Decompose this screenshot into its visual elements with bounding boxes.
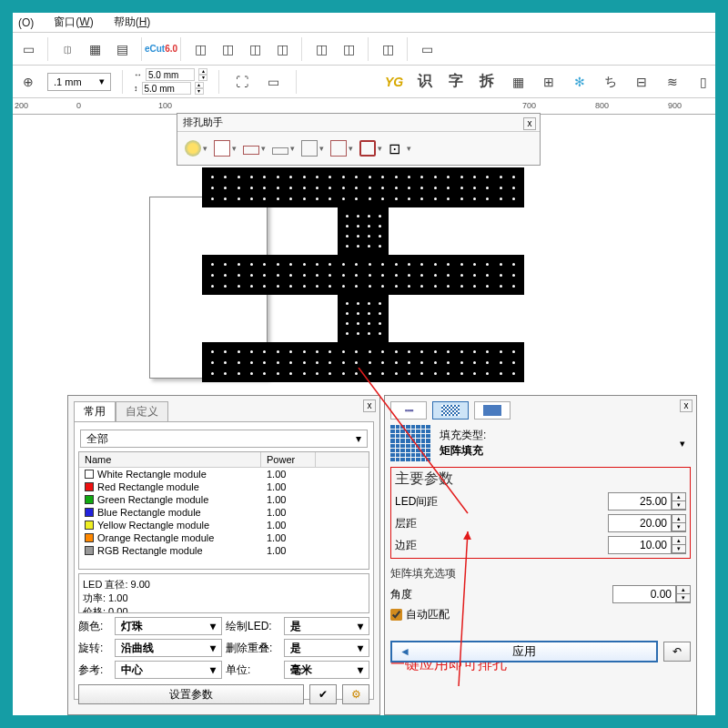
misc-6[interactable]: ▯ <box>692 70 715 94</box>
led-character <box>202 167 524 382</box>
edge-input[interactable]: 10.00 <box>608 536 672 554</box>
col-power[interactable]: Power <box>261 452 316 467</box>
tool-e[interactable]: ◫ <box>309 37 333 61</box>
led-spacing-spin[interactable]: ▴▾ <box>672 492 686 511</box>
toolbar-1: ▭ ⎅ ▦ ▤ eCut6.0 ◫ ◫ ◫ ◫ ◫ ◫ ◫ ▭ <box>13 33 715 66</box>
preview-icon <box>390 425 430 461</box>
angle-input[interactable]: 0.00 <box>612 585 676 603</box>
module-list[interactable]: Name Power White Rectangle module1.00Red… <box>78 451 369 570</box>
col-name[interactable]: Name <box>79 452 261 467</box>
fill-type-dd[interactable]: ▾ <box>680 438 685 450</box>
angle-spin[interactable]: ▴▾ <box>676 585 691 603</box>
rp-tab-1[interactable]: ▪▪▪▪ <box>390 401 427 420</box>
crop-icon[interactable]: ⛶ <box>230 70 254 94</box>
height-icon: ↕ <box>134 84 138 93</box>
height-input[interactable]: 5.0 mm <box>142 82 191 95</box>
menu-object[interactable]: (O) <box>18 16 34 29</box>
misc-5[interactable]: ≋ <box>661 70 684 94</box>
fb-btn-3[interactable]: ▾ <box>241 137 268 159</box>
tool-a[interactable]: ◫ <box>188 37 212 61</box>
layer-input[interactable]: 20.00 <box>608 514 672 532</box>
list-item[interactable]: Blue Rectangle module1.00 <box>79 506 369 519</box>
list-item[interactable]: Red Rectangle module1.00 <box>79 480 369 493</box>
fb-btn-1[interactable]: ▾ <box>183 137 209 159</box>
canvas[interactable]: 排孔助手 x ▾ ▾ ▾ ▾ ▾ ▾ ▾ ⊡▾ <box>13 115 715 388</box>
list-item[interactable]: White Rectangle module1.00 <box>79 468 369 480</box>
module-panel: x 常用 自定义 全部▾ Name Power White Rectangle … <box>67 395 380 715</box>
hole-assistant-panel: 排孔助手 x ▾ ▾ ▾ ▾ ▾ ▾ ▾ ⊡▾ <box>177 113 541 166</box>
rp-tab-3[interactable] <box>474 401 511 420</box>
led-spacing-input[interactable]: 25.00 <box>608 492 672 511</box>
main-params-highlight: 主要参数 LED间距25.00▴▾ 层距20.00▴▾ 边距10.00▴▾ <box>390 467 691 559</box>
fb-btn-7[interactable]: ▾ <box>358 137 384 159</box>
split-btn[interactable]: 拆 <box>475 70 499 94</box>
overlap-select[interactable]: 是▾ <box>284 639 369 657</box>
snowflake-icon[interactable]: ✻ <box>568 70 592 94</box>
tool-h[interactable]: ▭ <box>415 37 439 61</box>
close-icon[interactable]: x <box>680 399 693 412</box>
module-info: LED 直径: 9.00 功率: 1.00 价格: 0.00 <box>78 573 369 613</box>
matrix-opts-title: 矩阵填充选项 <box>390 566 691 581</box>
height-spin[interactable]: ▴▾ <box>195 82 204 95</box>
ecut-icon[interactable]: eCut6.0 <box>149 37 173 61</box>
tab-common[interactable]: 常用 <box>74 401 116 421</box>
tool-grid[interactable]: ▦ <box>83 37 106 61</box>
undo-button[interactable]: ↶ <box>663 642 691 662</box>
layer-spin[interactable]: ▴▾ <box>672 514 686 532</box>
tab-custom[interactable]: 自定义 <box>116 401 168 421</box>
misc-3[interactable]: ち <box>599 70 622 94</box>
yg-icon[interactable]: YG <box>382 70 406 94</box>
rotate-select[interactable]: 沿曲线▾ <box>115 639 222 657</box>
recognize-btn[interactable]: 识 <box>413 70 437 94</box>
check-button[interactable]: ✔ <box>309 684 337 704</box>
apply-button[interactable]: 应用 <box>390 641 658 662</box>
misc-1[interactable]: ▦ <box>506 70 530 94</box>
fb-btn-8[interactable]: ⊡▾ <box>387 137 413 159</box>
list-item[interactable]: RGB Rectangle module1.00 <box>79 544 369 557</box>
list-item[interactable]: Green Rectangle module1.00 <box>79 493 369 506</box>
rp-tab-2[interactable] <box>432 401 469 420</box>
misc-4[interactable]: ⊟ <box>630 70 653 94</box>
tool-g[interactable]: ◫ <box>376 37 399 61</box>
fb-btn-6[interactable]: ▾ <box>329 137 355 159</box>
tool-new[interactable]: ▭ <box>16 37 40 61</box>
width-input[interactable]: 5.0 mm <box>146 68 195 81</box>
tool-d[interactable]: ◫ <box>270 37 294 61</box>
hole-assistant-title: 排孔助手 <box>183 116 223 129</box>
menu-bar: (O) 窗口(W) 帮助(H) <box>13 13 715 33</box>
fill-panel: x ▪▪▪▪ 填充类型: 矩阵填充 ▾ 主要参数 LED间距25.00▴▾ 层距… <box>384 395 697 715</box>
char-btn[interactable]: 字 <box>444 70 468 94</box>
drawled-select[interactable]: 是▾ <box>284 617 369 635</box>
misc-2[interactable]: ⊞ <box>537 70 561 94</box>
unit-select[interactable]: 毫米▾ <box>284 661 369 679</box>
fill-type-label: 填充类型: <box>440 428 486 443</box>
fb-btn-5[interactable]: ▾ <box>299 137 326 159</box>
settings-button[interactable]: ⚙ <box>342 684 369 704</box>
tool-page[interactable]: ▤ <box>110 37 134 61</box>
tool-c[interactable]: ◫ <box>243 37 267 61</box>
unit-icon[interactable]: ⊕ <box>16 70 40 94</box>
auto-match-check[interactable]: 自动匹配 <box>390 607 691 622</box>
width-spin[interactable]: ▴▾ <box>198 68 207 81</box>
close-icon[interactable]: x <box>363 399 376 412</box>
rect-icon[interactable]: ▭ <box>261 70 285 94</box>
set-params-button[interactable]: 设置参数 <box>78 684 304 704</box>
list-item[interactable]: Orange Rectangle module1.00 <box>79 531 369 544</box>
filter-select[interactable]: 全部▾ <box>80 430 368 448</box>
main-params-title: 主要参数 <box>395 470 686 489</box>
ref-select[interactable]: 中心▾ <box>115 661 222 679</box>
fb-btn-4[interactable]: ▾ <box>270 137 297 159</box>
color-select[interactable]: 灯珠▾ <box>115 617 222 635</box>
close-icon[interactable]: x <box>523 117 536 130</box>
fb-btn-2[interactable]: ▾ <box>212 137 238 159</box>
tool-b[interactable]: ◫ <box>216 37 239 61</box>
edge-spin[interactable]: ▴▾ <box>672 536 686 554</box>
tool-align-l[interactable]: ⎅ <box>56 37 79 61</box>
tool-f[interactable]: ◫ <box>337 37 360 61</box>
list-item[interactable]: Yellow Rectangle module1.00 <box>79 519 369 531</box>
measure-select[interactable]: .1 mm▾ <box>47 73 111 91</box>
menu-window[interactable]: 窗口(W) <box>54 15 93 30</box>
toolbar-2: ⊕ .1 mm▾ ↔5.0 mm▴▾ ↕5.0 mm▴▾ ⛶ ▭ YG 识 字 … <box>13 66 715 98</box>
menu-help[interactable]: 帮助(H) <box>114 15 151 30</box>
width-icon: ↔ <box>134 70 142 79</box>
